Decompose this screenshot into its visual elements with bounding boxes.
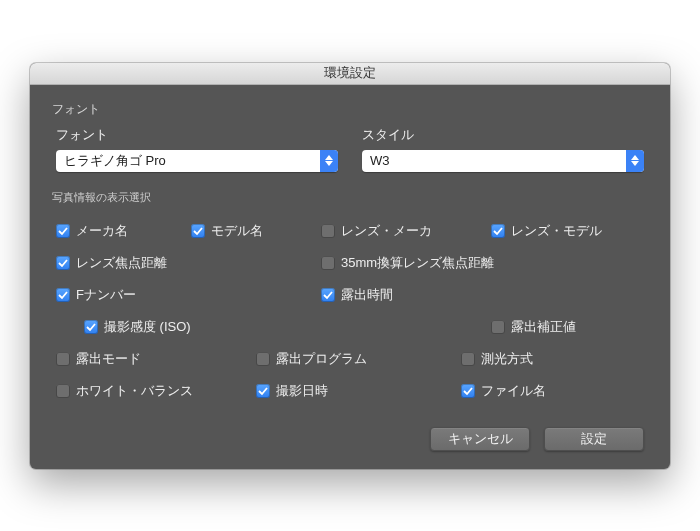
checkbox-icon xyxy=(461,352,475,366)
checkbox-icon xyxy=(321,256,335,270)
button-row: キャンセル 設定 xyxy=(52,427,648,451)
cancel-button[interactable]: キャンセル xyxy=(430,427,530,451)
checkbox-label: メーカ名 xyxy=(76,222,128,240)
checkbox-label: 露出時間 xyxy=(341,286,393,304)
checkbox-exposure-program[interactable]: 露出プログラム xyxy=(256,350,461,368)
checkbox-grid: メーカ名 モデル名 レンズ・メーカ レンズ・モデル レンズ xyxy=(52,215,648,407)
checkbox-icon xyxy=(56,256,70,270)
font-label: フォント xyxy=(56,126,338,144)
checkbox-metering[interactable]: 測光方式 xyxy=(461,350,644,368)
checkbox-icon xyxy=(321,224,335,238)
window-content: フォント フォント ヒラギノ角ゴ Pro スタイル W3 xyxy=(30,85,670,469)
checkbox-label: 撮影感度 (ISO) xyxy=(104,318,191,336)
checkbox-icon xyxy=(256,384,270,398)
checkbox-lens-model[interactable]: レンズ・モデル xyxy=(491,222,644,240)
checkbox-fnumber[interactable]: Fナンバー xyxy=(56,286,321,304)
checkbox-label: 撮影日時 xyxy=(276,382,328,400)
checkbox-file-name[interactable]: ファイル名 xyxy=(461,382,644,400)
button-label: キャンセル xyxy=(448,430,513,448)
checkbox-label: ホワイト・バランス xyxy=(76,382,193,400)
display-section-label: 写真情報の表示選択 xyxy=(52,190,648,205)
checkbox-label: レンズ・メーカ xyxy=(341,222,432,240)
checkbox-focal-length[interactable]: レンズ焦点距離 xyxy=(56,254,321,272)
checkbox-exposure-time[interactable]: 露出時間 xyxy=(321,286,644,304)
checkbox-icon xyxy=(491,224,505,238)
checkbox-label: レンズ・モデル xyxy=(511,222,602,240)
style-select[interactable]: W3 xyxy=(362,150,644,172)
checkbox-white-balance[interactable]: ホワイト・バランス xyxy=(56,382,256,400)
checkbox-icon xyxy=(56,288,70,302)
checkbox-icon xyxy=(461,384,475,398)
checkbox-icon xyxy=(84,320,98,334)
checkbox-exposure-mode[interactable]: 露出モード xyxy=(56,350,256,368)
checkbox-shot-date[interactable]: 撮影日時 xyxy=(256,382,461,400)
checkbox-label: Fナンバー xyxy=(76,286,136,304)
style-column: スタイル W3 xyxy=(362,126,644,172)
select-stepper-icon xyxy=(320,150,338,172)
font-select-value: ヒラギノ角ゴ Pro xyxy=(56,152,320,170)
font-select[interactable]: ヒラギノ角ゴ Pro xyxy=(56,150,338,172)
checkbox-icon xyxy=(56,352,70,366)
ok-button[interactable]: 設定 xyxy=(544,427,644,451)
checkbox-label: 測光方式 xyxy=(481,350,533,368)
checkbox-model[interactable]: モデル名 xyxy=(191,222,321,240)
checkbox-maker[interactable]: メーカ名 xyxy=(56,222,191,240)
checkbox-icon xyxy=(191,224,205,238)
font-group-label: フォント xyxy=(52,101,648,118)
checkbox-lens-maker[interactable]: レンズ・メーカ xyxy=(321,222,491,240)
font-row: フォント ヒラギノ角ゴ Pro スタイル W3 xyxy=(52,126,648,172)
checkbox-icon xyxy=(491,320,505,334)
checkbox-icon xyxy=(321,288,335,302)
checkbox-label: 露出補正値 xyxy=(511,318,576,336)
checkbox-icon xyxy=(56,384,70,398)
window-title: 環境設定 xyxy=(324,64,376,82)
checkbox-label: 露出プログラム xyxy=(276,350,367,368)
button-label: 設定 xyxy=(581,430,607,448)
style-label: スタイル xyxy=(362,126,644,144)
select-stepper-icon xyxy=(626,150,644,172)
preferences-window: 環境設定 フォント フォント ヒラギノ角ゴ Pro スタイル W3 xyxy=(30,63,670,469)
checkbox-iso[interactable]: 撮影感度 (ISO) xyxy=(84,318,491,336)
checkbox-focal-35mm[interactable]: 35mm換算レンズ焦点距離 xyxy=(321,254,644,272)
checkbox-ev-bias[interactable]: 露出補正値 xyxy=(491,318,644,336)
checkbox-label: モデル名 xyxy=(211,222,263,240)
window-titlebar: 環境設定 xyxy=(30,63,670,85)
style-select-value: W3 xyxy=(362,153,626,168)
checkbox-label: 露出モード xyxy=(76,350,141,368)
font-column: フォント ヒラギノ角ゴ Pro xyxy=(56,126,338,172)
checkbox-label: レンズ焦点距離 xyxy=(76,254,167,272)
checkbox-icon xyxy=(256,352,270,366)
checkbox-label: 35mm換算レンズ焦点距離 xyxy=(341,254,494,272)
checkbox-label: ファイル名 xyxy=(481,382,546,400)
checkbox-icon xyxy=(56,224,70,238)
